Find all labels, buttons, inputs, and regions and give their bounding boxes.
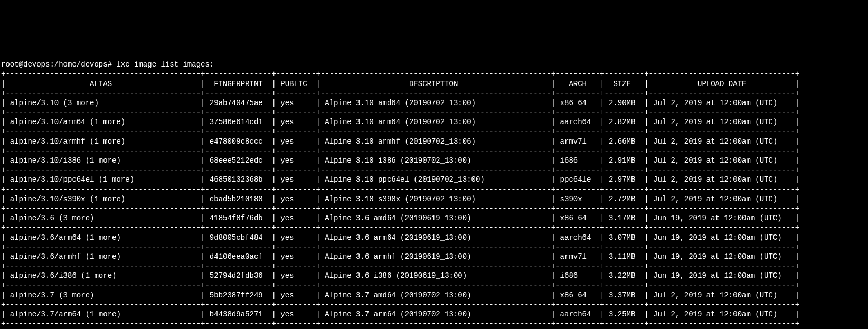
table-row: | alpine/3.10 (3 more) | 29ab740475ae | … xyxy=(1,98,867,108)
table-row: | alpine/3.10/s390x (1 more) | cbad5b210… xyxy=(1,194,867,204)
terminal-output: root@devops:/home/devops# lxc image list… xyxy=(0,48,868,329)
shell-prompt-line: root@devops:/home/devops# lxc image list… xyxy=(1,60,214,69)
table-separator: +---------------------------------------… xyxy=(1,242,867,252)
table-separator: +---------------------------------------… xyxy=(1,146,867,156)
table-separator: +---------------------------------------… xyxy=(1,185,867,194)
table-separator: +---------------------------------------… xyxy=(1,204,867,213)
table-separator: +---------------------------------------… xyxy=(1,261,867,271)
table-header-row: | ALIAS | FINGERPRINT | PUBLIC | DESCRIP… xyxy=(1,79,867,89)
table-separator: +---------------------------------------… xyxy=(1,223,867,232)
table-separator: +---------------------------------------… xyxy=(1,165,867,175)
table-row: | alpine/3.6/armhf (1 more) | d4106eea0a… xyxy=(1,252,867,261)
table-separator: +---------------------------------------… xyxy=(1,89,867,98)
table-separator: +---------------------------------------… xyxy=(1,280,867,290)
table-separator: +---------------------------------------… xyxy=(1,319,867,328)
table-row: | alpine/3.6/i386 (1 more) | 52794d2fdb3… xyxy=(1,271,867,280)
table-row: | alpine/3.6/arm64 (1 more) | 9d8005cbf4… xyxy=(1,233,867,242)
table-row: | alpine/3.10/arm64 (1 more) | 37586e614… xyxy=(1,117,867,127)
table-separator: +---------------------------------------… xyxy=(1,300,867,309)
table-container: +---------------------------------------… xyxy=(1,69,867,329)
table-row: | alpine/3.10/ppc64el (1 more) | 4685013… xyxy=(1,175,867,184)
table-row: | alpine/3.7 (3 more) | 5bb2387ff249 | y… xyxy=(1,290,867,300)
table-row: | alpine/3.10/i386 (1 more) | 68eee5212e… xyxy=(1,156,867,165)
table-separator: +---------------------------------------… xyxy=(1,108,867,117)
table-row: | alpine/3.10/armhf (1 more) | e478009c8… xyxy=(1,137,867,146)
table-row: | alpine/3.6 (3 more) | 41854f8f76db | y… xyxy=(1,213,867,223)
table-row: | alpine/3.7/arm64 (1 more) | b4438d9a52… xyxy=(1,309,867,319)
table-separator: +---------------------------------------… xyxy=(1,69,867,79)
table-separator: +---------------------------------------… xyxy=(1,127,867,136)
